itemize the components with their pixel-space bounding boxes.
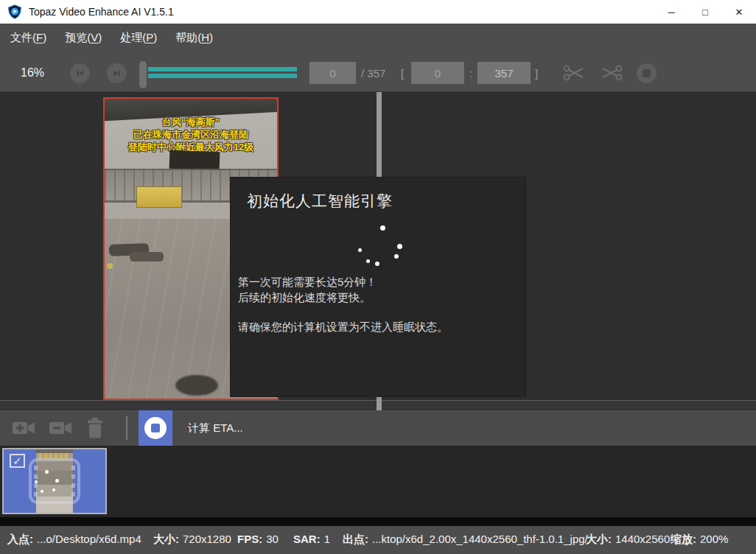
car-shape [130, 252, 164, 262]
app-window: Topaz Video Enhance AI V1.5.1 ─ □ ✕ 文件(F… [0, 0, 756, 554]
skip-start-icon [74, 67, 86, 80]
video-headline-text: 台风“海高斯” 已在珠海市金湾区沿海登陆 登陆时中心附近最大风力12级 [105, 116, 277, 153]
trim-out-scissors-icon[interactable] [600, 63, 623, 83]
ai-init-dialog: 初始化人工智能引擎 第一次可能需要长达5分钟！ 后续的初始化速度将更快。 请确保… [231, 178, 525, 396]
video-thumbnail-tile[interactable]: ✓ [2, 448, 107, 514]
dialog-message-1: 第一次可能需要长达5分钟！ 后续的初始化速度将更快。 [238, 274, 377, 305]
status-in-size: 大小:720x1280 [153, 533, 231, 547]
menu-help[interactable]: 帮助(H) [175, 31, 213, 45]
spinner-dot [366, 259, 370, 263]
status-out-path: 出点:...ktop/x6d_2.00x_1440x2560_thf-1.0.1… [343, 533, 588, 547]
stop-playback-button[interactable] [637, 63, 657, 83]
status-fps: FPS:30 [237, 533, 279, 545]
skip-to-end-button[interactable] [107, 63, 127, 83]
add-video-icon[interactable] [12, 419, 36, 437]
process-toolbar: 计算 ETA... [0, 410, 756, 446]
yellow-sign-shape [136, 186, 182, 208]
trim-end-input[interactable] [477, 62, 531, 84]
window-title: Topaz Video Enhance AI V1.5.1 [29, 6, 174, 18]
title-bar: Topaz Video Enhance AI V1.5.1 ─ □ ✕ [0, 0, 756, 24]
status-bar: 入点:...o/Desktop/x6d.mp4 大小:720x1280 FPS:… [0, 526, 756, 554]
app-logo-icon [7, 4, 22, 19]
timeline-progress-top [148, 67, 297, 71]
thumbnail-strip: ✓ [0, 446, 756, 517]
range-colon: : [469, 67, 472, 80]
strip-gap [0, 517, 756, 526]
preview-canvas: 台风“海高斯” 已在珠海市金湾区沿海登陆 登陆时中心附近最大风力12级 珠海白藤… [0, 92, 756, 410]
thumb-spinner-dot [52, 488, 55, 491]
current-frame-input[interactable] [309, 62, 356, 84]
window-controls: ─ □ ✕ [654, 0, 756, 24]
stop-icon [643, 69, 651, 77]
thumb-spinner-dot [41, 490, 43, 493]
status-sar: SAR:1 [293, 533, 330, 545]
hanging-sign-shape [169, 150, 220, 170]
range-close-bracket: ] [535, 67, 538, 80]
debris-shape [175, 375, 218, 396]
spinner-dot [394, 254, 399, 259]
menu-file[interactable]: 文件(F) [10, 31, 46, 45]
menu-process[interactable]: 处理(P) [120, 31, 157, 45]
timeline-slider-handle[interactable] [139, 61, 147, 88]
eta-label: 计算 ETA... [188, 421, 243, 435]
thumb-spinner-dot [45, 470, 49, 474]
status-in-path: 入点:...o/Desktop/x6d.mp4 [7, 533, 141, 547]
remove-video-icon[interactable] [49, 419, 73, 437]
skip-end-icon [111, 67, 123, 80]
trim-start-input[interactable] [411, 62, 464, 84]
spinner-dot [375, 262, 379, 266]
status-zoom: 缩放:200% [671, 533, 728, 547]
toolbar-divider [126, 416, 127, 440]
thumbnail-checkbox[interactable]: ✓ [10, 454, 25, 468]
dialog-message-2: 请确保您的计算机设置为不进入睡眠状态。 [238, 319, 448, 334]
dialog-title: 初始化人工智能引擎 [247, 191, 393, 211]
thumb-spinner-dot [55, 479, 59, 483]
thumb-spinner-dot [35, 480, 38, 483]
close-button[interactable]: ✕ [722, 0, 756, 24]
spinner-dot [358, 248, 362, 252]
film-sprocket-right [71, 466, 75, 498]
hazard-light-shape [107, 263, 113, 269]
zoom-percent-label: 16% [21, 66, 44, 80]
maximize-button[interactable]: □ [688, 0, 722, 24]
trim-in-scissors-icon[interactable] [563, 63, 586, 83]
status-out-size: 大小:1440x2560 [586, 533, 670, 547]
timeline-progress-bottom [148, 74, 297, 78]
delete-trash-icon[interactable] [85, 418, 105, 438]
stop-processing-button[interactable] [139, 410, 172, 446]
skip-to-start-button[interactable] [70, 63, 90, 83]
total-frames-label: / 357 [361, 67, 385, 80]
minimize-button[interactable]: ─ [654, 0, 688, 24]
playback-toolbar: 16% / 357 [ : ] [0, 52, 756, 92]
menu-preview[interactable]: 预览(V) [65, 31, 102, 45]
range-open-bracket: [ [401, 67, 404, 80]
spinner-dot [397, 244, 402, 249]
stop-processing-icon [144, 417, 167, 439]
spinner-dot [380, 225, 385, 231]
menu-bar: 文件(F) 预览(V) 处理(P) 帮助(H) [0, 24, 756, 52]
